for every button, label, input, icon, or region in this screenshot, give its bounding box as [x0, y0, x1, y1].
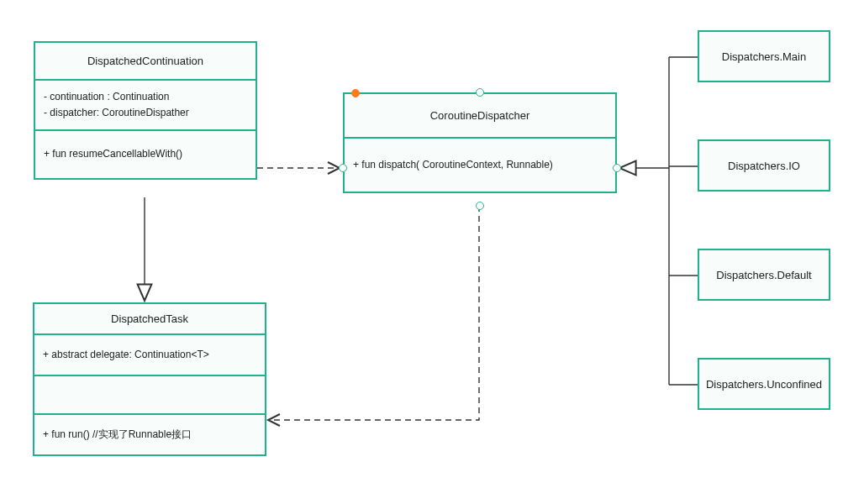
class-dispatchers-default: Dispatchers.Default: [698, 249, 830, 301]
class-dispatchers-main: Dispatchers.Main: [698, 30, 830, 82]
port-icon: [351, 89, 360, 97]
class-methods: + fun dispatch( CoroutineContext, Runnab…: [345, 139, 615, 192]
port-icon: [613, 164, 621, 172]
class-dispatched-continuation: DispatchedContinuation - continuation : …: [34, 41, 257, 180]
field: + abstract delegate: Continuation<T>: [43, 347, 256, 363]
method: + fun run() //实现了Runnable接口: [43, 427, 256, 443]
class-dispatchers-io: Dispatchers.IO: [698, 139, 830, 192]
edge-cd-to-dt: [268, 206, 479, 420]
field: - continuation : Continuation: [44, 89, 247, 105]
field: - dispatcher: CoroutineDispather: [44, 105, 247, 121]
port-icon: [476, 88, 484, 97]
diagram-canvas: DispatchedContinuation - continuation : …: [0, 0, 864, 504]
class-dispatched-task: DispatchedTask + abstract delegate: Cont…: [33, 302, 266, 456]
port-icon: [476, 202, 484, 210]
class-methods: + fun resumeCancellableWith(): [35, 131, 256, 177]
port-icon: [339, 164, 347, 172]
method: + fun dispatch( CoroutineContext, Runnab…: [353, 157, 607, 173]
class-coroutine-dispatcher: CoroutineDispatcher + fun dispatch( Coro…: [343, 92, 617, 193]
class-fields: - continuation : Continuation - dispatch…: [35, 81, 256, 131]
class-fields: + abstract delegate: Continuation<T>: [34, 335, 265, 376]
class-methods: + fun run() //实现了Runnable接口: [34, 415, 265, 454]
method: + fun resumeCancellableWith(): [44, 146, 247, 162]
class-title: CoroutineDispatcher: [345, 94, 615, 139]
class-dispatchers-unconfined: Dispatchers.Unconfined: [698, 358, 830, 410]
class-empty-section: [34, 376, 265, 415]
class-title: DispatchedContinuation: [35, 43, 256, 81]
class-title: DispatchedTask: [34, 304, 265, 335]
